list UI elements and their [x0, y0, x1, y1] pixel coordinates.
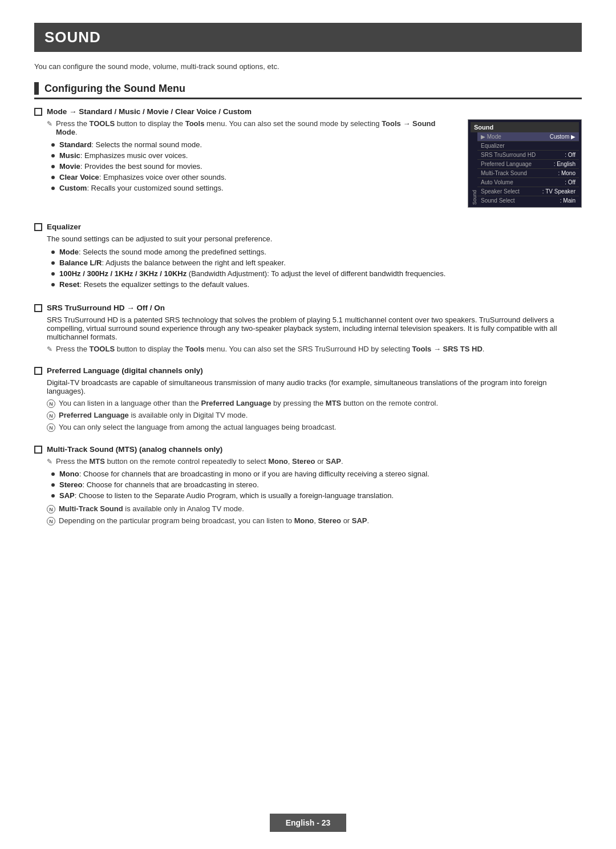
equalizer-bullet-list: Mode: Selects the sound mode among the p…: [51, 246, 582, 290]
tv-menu-title-text: Sound: [474, 124, 493, 131]
topic-mode-content: Sound Sound ▶ Mode Custom ▶ Equalizer SR…: [34, 119, 582, 212]
checkbox-icon-eq: [34, 223, 42, 231]
lang-note-3: N You can only select the language from …: [47, 423, 582, 432]
bullet-dot: [51, 483, 55, 487]
bullet-dot: [51, 283, 55, 286]
topic-lang-content: Digital-TV broadcasts are capable of sim…: [34, 378, 582, 435]
circle-n-icon-1: N: [47, 399, 55, 408]
srs-intro: SRS TruSurround HD is a patented SRS tec…: [47, 316, 582, 341]
tv-menu-screenshot: Sound Sound ▶ Mode Custom ▶ Equalizer SR…: [468, 119, 582, 208]
mts-circle-note-1-text: Multi-Track Sound is available only in A…: [59, 504, 244, 513]
tv-menu-row-equalizer: Equalizer: [477, 142, 579, 151]
page-footer: English - 23: [0, 814, 616, 832]
tv-menu-title: Sound: [471, 122, 579, 132]
bullet-dot: [51, 176, 55, 179]
tv-menu-row-mode: ▶ Mode Custom ▶: [477, 132, 579, 142]
topic-lang-heading: Preferred Language (digital channels onl…: [47, 366, 203, 375]
bullet-mts-stereo: Stereo: Choose for channels that are bro…: [51, 479, 582, 490]
mts-note-text: Press the MTS button on the remote contr…: [56, 457, 343, 466]
mode-note-text: Press the TOOLS button to display the To…: [56, 119, 459, 136]
topic-equalizer-header: Equalizer: [34, 223, 582, 231]
bullet-mts-sap: SAP: Choose to listen to the Separate Au…: [51, 490, 582, 501]
topic-srs-content: SRS TruSurround HD is a patented SRS tec…: [34, 316, 582, 356]
circle-n-icon-mts-1: N: [47, 505, 55, 514]
mts-circle-note-2-text: Depending on the particular program bein…: [59, 516, 369, 525]
mts-circle-note-1: N Multi-Track Sound is available only in…: [47, 504, 582, 514]
mts-bullet-list: Mono: Choose for channels that are broad…: [51, 468, 582, 501]
bullet-dot: [51, 165, 55, 168]
tv-side-label: Sound: [471, 132, 477, 205]
mts-note: ✎ Press the MTS button on the remote con…: [47, 457, 582, 466]
topic-mts: Multi-Track Sound (MTS) (analog channels…: [34, 445, 582, 528]
lang-note-2-text: Preferred Language is available only in …: [59, 411, 248, 419]
circle-n-icon-3: N: [47, 423, 55, 432]
bullet-dot: [51, 187, 55, 190]
lang-note-1-text: You can listen in a language other than …: [59, 399, 438, 407]
page-subtitle: You can configure the sound mode, volume…: [34, 62, 582, 71]
circle-n-icon-mts-2: N: [47, 517, 55, 525]
bullet-custom: Custom: Recalls your customized sound se…: [51, 183, 459, 193]
checkbox-icon-srs: [34, 304, 42, 312]
bullet-dot: [51, 494, 55, 498]
tv-menu-row-sound-select: Sound Select : Main: [477, 196, 579, 205]
equalizer-intro: The sound settings can be adjusted to su…: [47, 235, 582, 243]
mode-note: ✎ Press the TOOLS button to display the …: [47, 119, 459, 136]
tv-menu-inner: Sound ▶ Mode Custom ▶ Equalizer SRS TruS…: [471, 132, 579, 205]
bullet-dot: [51, 472, 55, 476]
lang-note-2: N Preferred Language is available only i…: [47, 411, 582, 420]
topic-srs-heading: SRS TruSurround HD → Off / On: [47, 304, 165, 312]
checkbox-icon-lang: [34, 367, 42, 375]
bullet-dot: [51, 261, 55, 265]
srs-note-text: Press the TOOLS button to display the To…: [56, 345, 484, 353]
section-heading: Configuring the Sound Menu: [34, 82, 582, 99]
lang-note-1: N You can listen in a language other tha…: [47, 399, 582, 408]
topic-mode-header: Mode → Standard / Music / Movie / Clear …: [34, 107, 582, 116]
note-pencil-icon-srs: ✎: [47, 345, 52, 353]
bullet-dot: [51, 272, 55, 276]
bullet-clear-voice: Clear Voice: Emphasizes voice over other…: [51, 172, 459, 183]
bullet-eq-freq: 100Hz / 300Hz / 1KHz / 3KHz / 10KHz (Ban…: [51, 268, 582, 279]
tv-menu-row-mts: Multi-Track Sound : Mono: [477, 169, 579, 178]
tv-menu-rows: ▶ Mode Custom ▶ Equalizer SRS TruSurroun…: [477, 132, 579, 205]
mts-circle-note-2: N Depending on the particular program be…: [47, 516, 582, 525]
tv-menu-row-srs: SRS TruSurround HD : Off: [477, 151, 579, 160]
bullet-mts-mono: Mono: Choose for channels that are broad…: [51, 468, 582, 479]
note-pencil-icon-mts: ✎: [47, 458, 52, 466]
topic-equalizer-content: The sound settings can be adjusted to su…: [34, 235, 582, 293]
topic-mts-header: Multi-Track Sound (MTS) (analog channels…: [34, 445, 582, 454]
topic-srs-header: SRS TruSurround HD → Off / On: [34, 304, 582, 312]
bullet-eq-balance: Balance L/R: Adjusts the balance between…: [51, 257, 582, 268]
bullet-movie: Movie: Provides the best sound for movie…: [51, 161, 459, 172]
note-pencil-icon: ✎: [47, 120, 52, 128]
checkbox-icon: [34, 108, 42, 116]
bullet-standard: Standard: Selects the normal sound mode.: [51, 139, 459, 150]
tv-menu-row-lang: Preferred Language : English: [477, 160, 579, 169]
tv-menu-row-speaker: Speaker Select : TV Speaker: [477, 187, 579, 196]
checkbox-icon-mts: [34, 446, 42, 454]
topic-mts-content: ✎ Press the MTS button on the remote con…: [34, 457, 582, 528]
lang-intro: Digital-TV broadcasts are capable of sim…: [47, 378, 582, 395]
topic-equalizer-heading: Equalizer: [47, 223, 81, 231]
section-heading-text: Configuring the Sound Menu: [44, 83, 185, 95]
bullet-dot: [51, 154, 55, 157]
bullet-dot: [51, 250, 55, 254]
topic-mts-heading: Multi-Track Sound (MTS) (analog channels…: [47, 445, 222, 454]
bullet-dot: [51, 143, 55, 147]
topic-mode-heading: Mode → Standard / Music / Movie / Clear …: [47, 107, 252, 116]
bullet-eq-reset: Reset: Resets the equalizer settings to …: [51, 279, 582, 290]
topic-preferred-language: Preferred Language (digital channels onl…: [34, 366, 582, 435]
page-title-bar: SOUND: [34, 23, 582, 52]
tv-menu-row-autovol: Auto Volume : Off: [477, 178, 579, 187]
srs-note: ✎ Press the TOOLS button to display the …: [47, 345, 582, 353]
bullet-eq-mode: Mode: Selects the sound mode among the p…: [51, 246, 582, 257]
footer-label: English - 23: [286, 818, 331, 827]
page-title: SOUND: [44, 29, 101, 46]
lang-note-3-text: You can only select the language from am…: [59, 423, 337, 431]
circle-n-icon-2: N: [47, 411, 55, 420]
footer-badge: English - 23: [270, 814, 347, 832]
topic-srs: SRS TruSurround HD → Off / On SRS TruSur…: [34, 304, 582, 356]
topic-lang-header: Preferred Language (digital channels onl…: [34, 366, 582, 375]
topic-equalizer: Equalizer The sound settings can be adju…: [34, 223, 582, 293]
topic-mode: Mode → Standard / Music / Movie / Clear …: [34, 107, 582, 212]
bullet-music: Music: Emphasizes music over voices.: [51, 150, 459, 161]
